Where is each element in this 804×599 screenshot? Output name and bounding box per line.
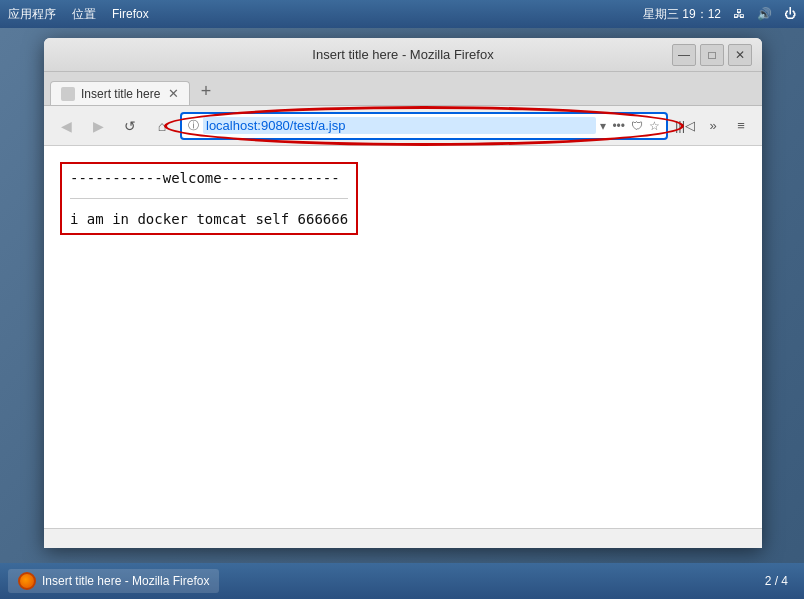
browser-window: Insert title here - Mozilla Firefox — □ … — [44, 38, 762, 548]
url-overflow-icon[interactable]: ••• — [612, 119, 625, 133]
security-icon: ⓘ — [188, 118, 199, 133]
shield-icon[interactable]: 🛡 — [631, 119, 643, 133]
url-dropdown-icon[interactable]: ▾ — [600, 119, 606, 133]
volume-icon[interactable]: 🔊 — [757, 7, 772, 21]
menu-icon[interactable]: ≡ — [728, 113, 754, 139]
extensions-icon[interactable]: » — [700, 113, 726, 139]
new-tab-button[interactable]: + — [194, 79, 218, 103]
page-content: -----------welcome-------------- i am in… — [44, 146, 762, 528]
close-button[interactable]: ✕ — [728, 44, 752, 66]
url-text[interactable]: localhost:9080/test/a.jsp — [203, 117, 596, 134]
page-inner: -----------welcome-------------- i am in… — [44, 146, 762, 251]
firefox-icon — [18, 572, 36, 590]
reload-button[interactable]: ↺ — [116, 112, 144, 140]
back-button[interactable]: ◀ — [52, 112, 80, 140]
status-bar — [44, 528, 762, 548]
url-bar[interactable]: ⓘ localhost:9080/test/a.jsp ▾ ••• 🛡 ☆ — [180, 112, 668, 140]
browser-menu[interactable]: Firefox — [112, 7, 149, 21]
reading-mode-icon[interactable]: |||◁ — [672, 113, 698, 139]
welcome-text: -----------welcome-------------- — [70, 170, 348, 186]
server-text: i am in docker tomcat self 666666 — [70, 211, 348, 227]
bookmark-star-icon[interactable]: ☆ — [649, 119, 660, 133]
power-icon[interactable]: ⏻ — [784, 7, 796, 21]
taskbar-browser-item[interactable]: Insert title here - Mozilla Firefox — [8, 569, 219, 593]
position-menu[interactable]: 位置 — [72, 6, 96, 23]
page-divider — [70, 198, 348, 199]
forward-button[interactable]: ▶ — [84, 112, 112, 140]
taskbar-item-label: Insert title here - Mozilla Firefox — [42, 574, 209, 588]
active-tab[interactable]: Insert title here ✕ — [50, 81, 190, 105]
url-bar-icons: ▾ ••• 🛡 ☆ — [600, 119, 660, 133]
window-title: Insert title here - Mozilla Firefox — [312, 47, 493, 62]
home-button[interactable]: ⌂ — [148, 112, 176, 140]
system-taskbar-bottom: Insert title here - Mozilla Firefox 2 / … — [0, 563, 804, 599]
tab-close-button[interactable]: ✕ — [168, 86, 179, 101]
clock: 星期三 19：12 — [643, 6, 721, 23]
page-indicator: 2 / 4 — [757, 574, 796, 588]
network-icon: 🖧 — [733, 7, 745, 21]
content-highlight-box: -----------welcome-------------- i am in… — [60, 162, 358, 235]
window-controls: — □ ✕ — [672, 44, 752, 66]
tab-favicon — [61, 87, 75, 101]
maximize-button[interactable]: □ — [700, 44, 724, 66]
taskbar-top-right: 星期三 19：12 🖧 🔊 ⏻ — [643, 6, 796, 23]
nav-right-icons: |||◁ » ≡ — [672, 113, 754, 139]
taskbar-top-left: 应用程序 位置 Firefox — [8, 6, 149, 23]
nav-bar: ◀ ▶ ↺ ⌂ ⓘ localhost:9080/test/a.jsp ▾ ••… — [44, 106, 762, 146]
tab-bar: Insert title here ✕ + — [44, 72, 762, 106]
system-taskbar-top: 应用程序 位置 Firefox 星期三 19：12 🖧 🔊 ⏻ — [0, 0, 804, 28]
apps-menu[interactable]: 应用程序 — [8, 6, 56, 23]
minimize-button[interactable]: — — [672, 44, 696, 66]
title-bar: Insert title here - Mozilla Firefox — □ … — [44, 38, 762, 72]
tab-label: Insert title here — [81, 87, 160, 101]
